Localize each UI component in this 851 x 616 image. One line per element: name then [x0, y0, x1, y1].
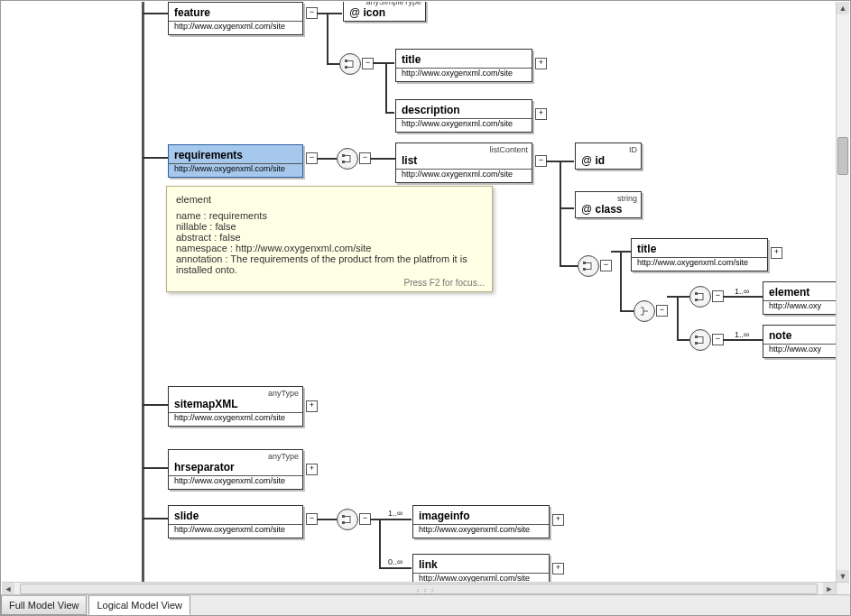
node-hrseparator[interactable]: anyType hrseparator http://www.oxygenxml…	[168, 449, 303, 490]
node-label: title	[632, 239, 767, 257]
connector	[317, 158, 337, 160]
node-namespace: http://www.oxygenxml.com/site	[396, 169, 532, 182]
connector	[327, 63, 339, 65]
connector	[560, 161, 574, 162]
horizontal-scrollbar[interactable]: ◄ ⋮⋮⋮ ►	[2, 582, 836, 595]
connector	[677, 296, 679, 341]
connector	[379, 519, 412, 520]
scrollbar-thumb[interactable]	[837, 137, 848, 175]
sequence-compositor-icon[interactable]	[689, 286, 711, 308]
node-namespace: http://www.oxygenxml.com/site	[169, 163, 302, 177]
vertical-scrollbar[interactable]: ▲ ▼	[836, 2, 849, 583]
expand-toggle[interactable]: +	[771, 247, 782, 259]
cardinality-label: 0..∞	[388, 557, 402, 566]
connector	[317, 519, 337, 520]
svg-rect-6	[695, 292, 698, 295]
node-namespace: http://www.oxy	[763, 300, 836, 314]
tooltip-line: annotation : The requirements of the pro…	[176, 253, 483, 275]
node-label: imageinfo	[413, 506, 549, 524]
tab-logical-model-view[interactable]: Logical Model View	[88, 595, 190, 615]
collapse-toggle[interactable]: −	[600, 260, 612, 271]
scroll-left-arrow-icon[interactable]: ◄	[2, 583, 14, 595]
connector	[620, 310, 634, 312]
node-note[interactable]: note http://www.oxy	[763, 325, 836, 358]
expand-toggle[interactable]: +	[552, 563, 564, 575]
view-tabs: Full Model View Logical Model View	[1, 594, 850, 615]
connector	[143, 467, 168, 469]
node-type: string	[617, 194, 637, 203]
connector	[143, 13, 168, 14]
svg-rect-9	[695, 342, 698, 345]
node-feature[interactable]: feature http://www.oxygenxml.com/site	[168, 2, 303, 35]
tooltip-footer: Press F2 for focus...	[404, 278, 485, 288]
connector	[620, 251, 622, 312]
svg-rect-10	[342, 515, 345, 518]
scroll-down-arrow-icon[interactable]: ▼	[837, 570, 849, 583]
svg-rect-5	[583, 268, 586, 271]
connector	[677, 296, 689, 298]
node-namespace: http://www.oxygenxml.com/site	[169, 524, 302, 538]
node-imageinfo[interactable]: imageinfo http://www.oxygenxml.com/site	[412, 505, 550, 538]
node-namespace: http://www.oxy	[763, 344, 836, 357]
node-type: ID	[629, 145, 637, 154]
svg-rect-11	[342, 521, 345, 524]
cardinality-label: 1..∞	[735, 330, 749, 339]
node-element[interactable]: element http://www.oxy	[763, 281, 836, 315]
scrollbar-thumb[interactable]: ⋮⋮⋮	[20, 584, 818, 594]
sequence-compositor-icon[interactable]	[689, 329, 711, 351]
svg-rect-1	[345, 66, 347, 69]
tree-trunk	[142, 2, 144, 583]
node-class-attr[interactable]: string class	[575, 191, 642, 218]
node-icon-attr[interactable]: anySimpleType icon	[343, 2, 426, 22]
node-type: anySimpleType	[365, 2, 421, 6]
connector	[143, 518, 168, 519]
node-link[interactable]: link http://www.oxygenxml.com/site	[412, 554, 550, 583]
node-label: description	[396, 100, 532, 118]
node-label: requirements	[169, 145, 302, 163]
svg-rect-2	[342, 154, 345, 157]
connector	[560, 265, 578, 267]
node-slide[interactable]: slide http://www.oxygenxml.com/site	[168, 505, 303, 538]
sequence-compositor-icon[interactable]	[337, 148, 358, 170]
choice-compositor-icon[interactable]	[634, 300, 655, 322]
connector	[385, 62, 387, 113]
node-sitemapxml[interactable]: anyType sitemapXML http://www.oxygenxml.…	[168, 386, 303, 427]
node-label: element	[763, 282, 836, 300]
node-type: anyType	[268, 452, 299, 461]
node-type: anyType	[268, 389, 299, 398]
expand-toggle[interactable]: +	[306, 400, 318, 412]
node-list[interactable]: listContent list http://www.oxygenxml.co…	[395, 143, 532, 183]
sequence-compositor-icon[interactable]	[339, 53, 361, 75]
scroll-right-arrow-icon[interactable]: ►	[823, 583, 836, 595]
node-title[interactable]: title http://www.oxygenxml.com/site	[395, 49, 532, 82]
connector	[379, 567, 412, 569]
connector	[620, 251, 631, 253]
expand-toggle[interactable]: +	[535, 108, 547, 120]
connector	[143, 404, 168, 406]
collapse-toggle[interactable]: −	[656, 305, 668, 317]
tooltip-line: nillable : false	[176, 221, 483, 232]
sequence-compositor-icon[interactable]	[337, 509, 358, 530]
scroll-up-arrow-icon[interactable]: ▲	[837, 2, 849, 14]
tab-full-model-view[interactable]: Full Model View	[1, 595, 87, 615]
sequence-compositor-icon[interactable]	[578, 255, 599, 277]
expand-toggle[interactable]: +	[535, 58, 547, 69]
node-namespace: http://www.oxygenxml.com/site	[396, 68, 532, 81]
connector	[560, 161, 561, 267]
node-namespace: http://www.oxygenxml.com/site	[169, 21, 302, 34]
connector	[317, 13, 342, 14]
node-title-2[interactable]: title http://www.oxygenxml.com/site	[631, 238, 768, 271]
node-requirements[interactable]: requirements http://www.oxygenxml.com/si…	[168, 144, 303, 178]
tooltip-line: abstract : false	[176, 232, 483, 243]
node-label: feature	[169, 3, 302, 21]
node-description[interactable]: description http://www.oxygenxml.com/sit…	[395, 99, 532, 133]
diagram-canvas[interactable]: feature http://www.oxygenxml.com/site − …	[2, 2, 836, 583]
connector	[143, 157, 168, 159]
expand-toggle[interactable]: +	[306, 464, 318, 475]
expand-toggle[interactable]: +	[552, 514, 564, 526]
node-namespace: http://www.oxygenxml.com/site	[632, 257, 767, 271]
tooltip-heading: element	[176, 194, 483, 205]
node-id-attr[interactable]: ID id	[575, 143, 642, 170]
cardinality-label: 1..∞	[735, 287, 749, 296]
svg-rect-4	[583, 262, 586, 264]
